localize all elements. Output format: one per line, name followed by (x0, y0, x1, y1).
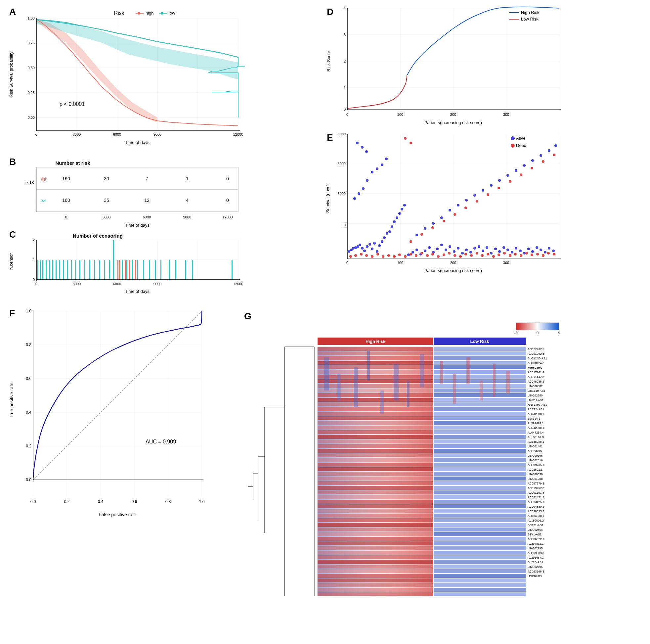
svg-point-189 (464, 253, 467, 256)
svg-rect-34 (84, 260, 85, 280)
d-low-risk-curve (347, 75, 407, 108)
svg-rect-251 (433, 361, 526, 365)
d-y-3: 3 (344, 33, 346, 37)
b-x-tick-0: 0 (65, 215, 67, 219)
svg-rect-32 (75, 260, 76, 280)
legend-high-label: high (146, 10, 154, 15)
scale-max: 5 (558, 331, 560, 335)
svg-rect-43 (132, 260, 133, 280)
svg-point-162 (540, 154, 542, 157)
svg-rect-314 (318, 509, 433, 513)
svg-point-95 (386, 232, 388, 235)
high-val-2: 7 (146, 176, 148, 181)
svg-point-201 (531, 253, 533, 256)
svg-rect-296 (318, 467, 433, 471)
svg-point-148 (424, 227, 426, 230)
svg-point-200 (525, 252, 528, 255)
panel-a-title: Risk (114, 10, 124, 16)
svg-rect-280 (318, 430, 433, 434)
svg-point-119 (440, 244, 443, 246)
svg-rect-281 (433, 430, 526, 434)
panel-c-label: C (9, 229, 16, 240)
svg-rect-279 (433, 426, 526, 430)
svg-point-218 (542, 160, 544, 163)
svg-point-138 (519, 249, 522, 252)
e-dead-dot (511, 144, 515, 147)
svg-point-174 (382, 255, 384, 258)
svg-rect-39 (109, 260, 110, 280)
panel-f-x-label: False positive rate (99, 512, 136, 517)
svg-rect-262 (318, 388, 433, 393)
gene-5: MIR503HG (528, 366, 542, 369)
svg-point-131 (490, 252, 493, 255)
e-x-300: 300 (503, 261, 509, 265)
svg-rect-328 (318, 541, 433, 545)
svg-rect-303 (433, 481, 526, 485)
c-x-6000: 6000 (113, 282, 121, 286)
svg-rect-345 (433, 578, 526, 582)
svg-point-203 (542, 254, 544, 257)
panel-c-title: Number of censoring (73, 233, 123, 239)
svg-rect-29 (63, 260, 64, 280)
svg-point-79 (348, 250, 350, 253)
y-tick-0.75: 0.75 (28, 41, 35, 45)
svg-point-122 (453, 250, 456, 253)
svg-point-135 (506, 248, 509, 251)
gene-36: AC028023.3 (528, 510, 544, 513)
svg-rect-56 (125, 260, 126, 280)
svg-rect-55 (119, 260, 120, 280)
svg-rect-301 (433, 477, 526, 480)
c-x-3000: 3000 (73, 282, 81, 286)
svg-point-198 (514, 253, 517, 256)
f-y-1.0: 1.0 (26, 309, 31, 313)
svg-rect-329 (433, 541, 526, 545)
svg-rect-41 (122, 260, 123, 280)
high-val-4: 0 (226, 176, 229, 181)
svg-rect-310 (318, 500, 433, 504)
svg-point-129 (482, 249, 484, 252)
f-x-1.0: 1.0 (199, 499, 205, 504)
high-val-3: 1 (186, 176, 188, 181)
color-scale-bar (516, 323, 559, 330)
svg-point-118 (436, 247, 439, 250)
svg-rect-332 (318, 551, 433, 555)
svg-point-143 (540, 248, 542, 251)
gene-49: AC063668.3 (528, 570, 544, 573)
gene-27: AC01502.1 (528, 468, 542, 471)
gene-8: AC048035.2 (528, 380, 544, 383)
svg-point-98 (393, 221, 396, 223)
svg-point-214 (498, 187, 500, 189)
e-x-200: 200 (450, 261, 456, 265)
svg-rect-334 (318, 555, 433, 559)
svg-point-81 (352, 247, 355, 249)
svg-point-154 (473, 194, 476, 197)
svg-point-199 (520, 254, 522, 257)
svg-rect-326 (318, 537, 433, 541)
svg-rect-340 (318, 569, 433, 573)
svg-point-208 (431, 226, 434, 229)
low-val-0: 160 (62, 198, 70, 203)
svg-point-160 (523, 164, 526, 167)
svg-rect-36 (94, 260, 95, 280)
svg-rect-44 (137, 260, 138, 280)
svg-rect-298 (318, 472, 433, 476)
svg-rect-27 (56, 260, 57, 280)
svg-point-147 (416, 234, 418, 236)
svg-rect-321 (433, 523, 526, 527)
d-y-1: 1 (344, 86, 346, 90)
d-x-300: 300 (503, 112, 509, 116)
low-val-2: 12 (144, 198, 149, 203)
svg-point-82 (354, 246, 357, 249)
svg-point-112 (411, 251, 414, 253)
svg-point-141 (531, 250, 534, 253)
gene-17: AL391497.1 (528, 421, 544, 425)
svg-rect-252 (318, 365, 433, 369)
svg-point-175 (387, 254, 390, 257)
legend-low-label: low (169, 10, 175, 15)
svg-rect-270 (318, 407, 433, 411)
svg-rect-266 (318, 398, 433, 402)
svg-point-183 (431, 253, 434, 256)
svg-rect-319 (433, 518, 526, 522)
low-risk-band (36, 20, 238, 79)
svg-rect-325 (433, 532, 526, 536)
